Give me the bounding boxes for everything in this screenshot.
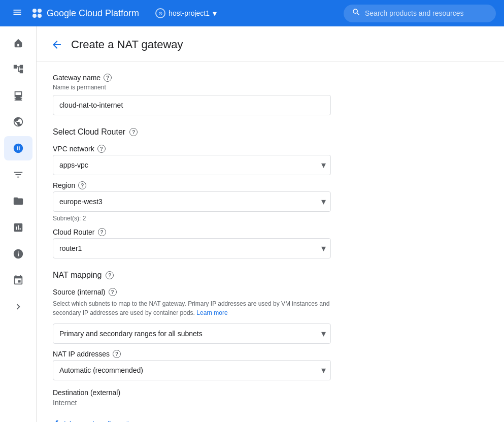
gateway-name-sublabel: Name is permanent bbox=[53, 84, 376, 91]
vpc-network-select[interactable]: apps-vpc bbox=[53, 155, 331, 175]
advanced-configurations[interactable]: ❮ Advanced configurations bbox=[53, 419, 376, 422]
gateway-name-help-icon[interactable]: ? bbox=[104, 74, 112, 82]
cloud-router-wrapper: router1 ▾ bbox=[53, 238, 331, 258]
source-description: Select which subnets to map to the NAT g… bbox=[53, 299, 331, 317]
cloud-router-section-title: Select Cloud Router ? bbox=[53, 127, 376, 137]
project-dropdown-icon: ▾ bbox=[213, 9, 217, 18]
nat-ip-select[interactable]: Automatic (recommended) bbox=[53, 360, 331, 380]
destination-value: Internet bbox=[53, 399, 376, 407]
nat-mapping-help-icon[interactable]: ? bbox=[106, 271, 114, 279]
logo-text: Google Cloud Platform bbox=[47, 8, 139, 19]
search-placeholder-text: Search products and resources bbox=[365, 9, 464, 17]
main-content: Create a NAT gateway Gateway name ? Name… bbox=[37, 26, 504, 422]
nat-mapping-title: NAT mapping ? bbox=[53, 271, 376, 280]
sidebar-item-storage[interactable] bbox=[4, 189, 32, 213]
menu-icon[interactable] bbox=[8, 3, 26, 24]
app-logo: Google Cloud Platform bbox=[32, 8, 139, 19]
page-title: Create a NAT gateway bbox=[71, 38, 183, 51]
nat-ip-help-icon[interactable]: ? bbox=[113, 350, 121, 358]
learn-more-link[interactable]: Learn more bbox=[196, 309, 227, 316]
vpc-network-help-icon[interactable]: ? bbox=[97, 145, 106, 153]
search-bar[interactable]: Search products and resources bbox=[344, 5, 496, 22]
form-content: Gateway name ? Name is permanent Select … bbox=[37, 61, 392, 422]
app-header: Google Cloud Platform ⊙ host-project1 ▾ … bbox=[0, 0, 504, 26]
sidebar-item-compute[interactable] bbox=[4, 83, 32, 108]
back-button[interactable] bbox=[49, 37, 65, 53]
sidebar-item-nat[interactable] bbox=[4, 136, 32, 160]
cloud-router-label: Cloud Router ? bbox=[53, 228, 376, 236]
sidebar-item-observability[interactable] bbox=[4, 242, 32, 266]
region-label: Region ? bbox=[53, 181, 376, 189]
sidebar-item-home[interactable] bbox=[4, 30, 32, 55]
region-select[interactable]: europe-west3 bbox=[53, 191, 331, 212]
gateway-name-label: Gateway name ? bbox=[53, 74, 376, 82]
nat-ip-label: NAT IP addresses ? bbox=[53, 350, 376, 358]
project-name: host-project1 bbox=[169, 9, 210, 17]
destination-label: Destination (external) bbox=[53, 388, 376, 397]
source-help-icon[interactable]: ? bbox=[109, 288, 117, 296]
source-ranges-select[interactable]: Primary and secondary ranges for all sub… bbox=[53, 323, 331, 344]
cloud-router-section: Select Cloud Router ? VPC network ? apps… bbox=[53, 127, 376, 258]
cloud-router-select[interactable]: router1 bbox=[53, 238, 331, 258]
cloud-router-help-icon[interactable]: ? bbox=[129, 128, 138, 136]
search-icon bbox=[352, 8, 361, 19]
source-ranges-wrapper: Primary and secondary ranges for all sub… bbox=[53, 323, 331, 344]
logo-icon bbox=[32, 9, 42, 18]
region-wrapper: europe-west3 ▾ bbox=[53, 191, 331, 212]
sidebar-item-expand[interactable] bbox=[4, 295, 32, 319]
sidebar-item-filter[interactable] bbox=[4, 163, 32, 187]
destination-section: Destination (external) Internet bbox=[53, 388, 376, 407]
nat-mapping-section: NAT mapping ? Source (internal) ? Select… bbox=[53, 271, 376, 407]
sidebar-item-hierarchy[interactable] bbox=[4, 57, 32, 81]
subnets-info: Subnet(s): 2 bbox=[53, 215, 376, 222]
advanced-chevron-icon: ❮ bbox=[53, 419, 59, 422]
page-header: Create a NAT gateway bbox=[37, 26, 504, 61]
sidebar-item-analytics[interactable] bbox=[4, 215, 32, 240]
project-selector[interactable]: ⊙ host-project1 ▾ bbox=[151, 6, 221, 20]
advanced-label: Advanced configurations bbox=[62, 420, 140, 423]
nat-ip-wrapper: Automatic (recommended) ▾ bbox=[53, 360, 331, 380]
cloud-router-field-help-icon[interactable]: ? bbox=[98, 228, 106, 236]
vpc-network-label: VPC network ? bbox=[53, 145, 376, 153]
sidebar-item-marketplace[interactable] bbox=[4, 268, 32, 293]
region-help-icon[interactable]: ? bbox=[78, 181, 86, 189]
source-label: Source (internal) ? bbox=[53, 288, 376, 296]
sidebar-item-network[interactable] bbox=[4, 110, 32, 134]
gateway-name-input[interactable] bbox=[53, 95, 331, 115]
sidebar bbox=[0, 26, 37, 422]
project-icon: ⊙ bbox=[155, 8, 165, 18]
vpc-network-wrapper: apps-vpc ▾ bbox=[53, 155, 331, 175]
gateway-name-section: Gateway name ? Name is permanent bbox=[53, 74, 376, 115]
